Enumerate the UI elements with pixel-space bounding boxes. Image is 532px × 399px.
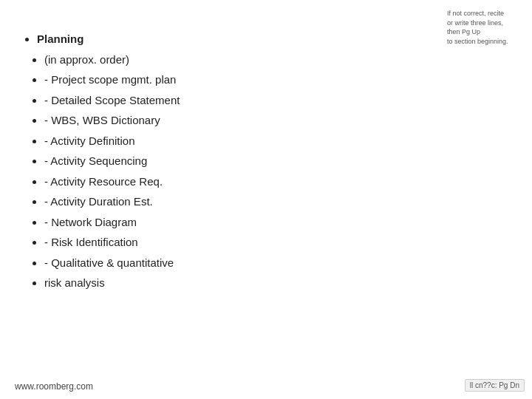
list-item: (in approx. order) [44,50,436,69]
list-item: - Risk Identification [44,233,436,252]
top-right-note-line: or write three lines, [447,18,525,28]
list-item: - Project scope mgmt. plan [44,70,436,89]
top-right-note-line: If not correct, recite [447,9,525,18]
bottom-right-note: ll cn??c: Pg Dn [465,379,525,392]
list-item: - Activity Sequencing [44,151,436,171]
top-right-note: If not correct, reciteor write three lin… [447,9,525,46]
main-content: Planning(in approx. order)- Project scop… [15,15,443,362]
list-item: - Activity Resource Req. [44,172,436,191]
list-item: - WBS, WBS Dictionary [44,111,436,130]
list-item: - Activity Duration Est. [44,192,436,211]
bullet-list: Planning(in approx. order)- Project scop… [22,30,436,294]
list-item: - Activity Definition [44,132,436,151]
footer-url: www.roomberg.com [15,381,93,392]
top-right-note-line: then Pg Up [447,27,525,37]
list-item: - Network Diagram [44,213,436,232]
list-item: Planning [37,30,436,49]
top-right-note-line: to section beginning. [447,37,525,47]
list-item: risk analysis [44,273,436,293]
list-item: - Qualitative & quantitative [44,253,436,273]
list-item: - Detailed Scope Statement [44,91,436,110]
footer-url-text: www.roomberg.com [15,381,93,392]
bottom-right-note-text: ll cn??c: Pg Dn [470,381,519,389]
